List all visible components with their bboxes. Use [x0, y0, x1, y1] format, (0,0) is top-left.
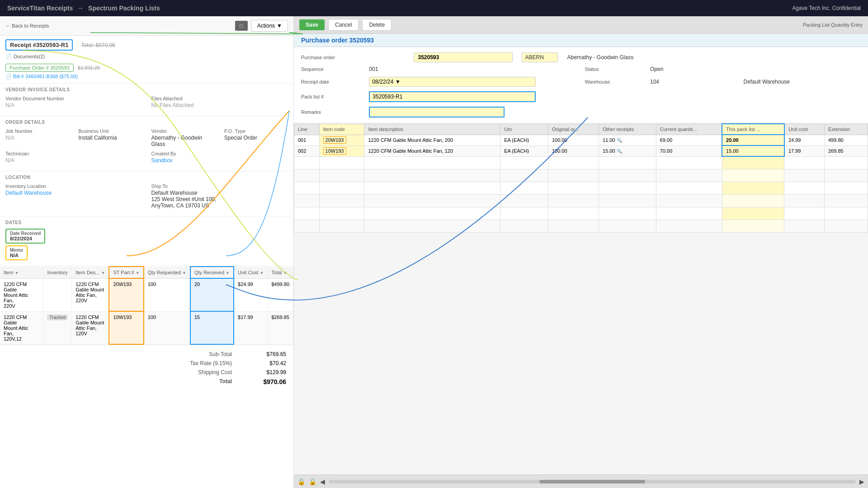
actions-button[interactable]: Actions ▼ [251, 20, 288, 32]
remarks-input[interactable] [369, 107, 505, 117]
ship-to-line3: AnyTown, CA 19703 US [151, 202, 288, 209]
documents-icon: 📄 [5, 53, 12, 59]
item-inventory-2: Tracked [43, 311, 72, 344]
vendor-doc-label: Vendor Document Number [5, 96, 142, 101]
shipping-value: $129.99 [250, 369, 286, 375]
item-code-highlight-1: 20W193 [323, 136, 346, 144]
item-unit-cost-2: $17.99 [234, 311, 268, 344]
subtotal-value: $769.65 [250, 351, 286, 357]
right-item-code-2: 10W193 [319, 145, 364, 156]
vendor-value: Abernathy - Goodwin Glass [151, 135, 215, 147]
technician-label: Technician [5, 151, 142, 156]
col-qty-requested: Qty Requested ▼ [144, 267, 190, 278]
files-attached-value: No Files Attached [151, 102, 288, 108]
status-label: Status [585, 66, 641, 72]
tax-row: Tax Rate (9.15%) $70.42 [7, 359, 286, 368]
item-name-1: 1220 CFM GableMount Attic Fan,220V [0, 278, 43, 311]
app-title-packing: Spectrum Packing Lists [88, 5, 160, 12]
inventory-location-value[interactable]: Default Warehouse [5, 190, 142, 196]
total-label: Total [160, 378, 232, 385]
col-item-code: Item code [319, 124, 364, 135]
ship-to-line1: Default Warehouse [151, 190, 288, 196]
col-um: Um [500, 124, 548, 135]
dates-section: DATES Date Received 8/22/2024 Memo N/A [0, 216, 293, 266]
totals-section: Sub-Total $769.65 Tax Rate (9.15%) $70.4… [0, 345, 293, 391]
right-top-bar: Save Cancel Delete Packing List Quantity… [294, 16, 868, 34]
vendor-invoice-section: VENDOR INVOICE DETAILS Vendor Document N… [0, 84, 293, 116]
right-original-2: 100.00 [548, 145, 599, 156]
item-qty-req-1: 100 [144, 278, 190, 311]
scroll-left-arrow[interactable]: ◀ [320, 478, 325, 485]
table-row: 1220 CFM GableMount Attic Fan,220V 1220 … [0, 278, 293, 311]
right-other-1: 11.00 🔍 [599, 135, 656, 145]
right-current-2: 70.00 [656, 145, 722, 156]
receipt-date-field[interactable]: 08/22/24 ▼ [369, 77, 536, 87]
scrollbar-thumb [539, 480, 645, 483]
right-bottom-bar: 🔒 🔒 ◀ ▶ [294, 474, 868, 488]
pack-list-label: Pack list # [301, 94, 360, 99]
col-line: Line [294, 124, 320, 135]
horizontal-scrollbar[interactable] [329, 480, 856, 483]
location-title: LOCATION [5, 175, 288, 180]
po-link[interactable]: Purchase Order # 3520593 [5, 64, 74, 72]
left-top-bar: Back to Receipts □ Actions ▼ [0, 16, 293, 36]
right-unit-cost-1: 24.99 [784, 135, 825, 145]
created-by-value[interactable]: Sandbox [151, 157, 288, 164]
col-extension: Extension [824, 124, 868, 135]
item-desc-2: 1220 CFMGable MountAttic Fan,120V [72, 311, 109, 344]
pack-list-input[interactable] [369, 91, 536, 102]
col-unit-cost-r: Unit cost [784, 124, 825, 135]
item-desc-1: 1220 CFMGable MountAttic Fan,220V [72, 278, 109, 311]
right-original-1: 100.00 [548, 135, 599, 145]
confidential-label: Agave Tech Inc. Confidential [792, 5, 861, 11]
cancel-button[interactable]: Cancel [328, 19, 359, 31]
col-original-or: Original or... [548, 124, 599, 135]
right-table-row-empty [294, 156, 868, 169]
sequence-value: 001 [369, 66, 536, 72]
receipt-header: Receipt #3520593-R1 Total: $970.06 📄 Doc… [0, 36, 293, 84]
scroll-right-arrow[interactable]: ▶ [859, 478, 864, 485]
date-received-label: Date Received [10, 231, 41, 236]
back-to-receipts-link[interactable]: Back to Receipts [5, 23, 49, 28]
warehouse-value: 104 [650, 79, 694, 85]
item-qty-recv-2: 15 [190, 311, 234, 344]
memo-label: Memo [10, 248, 23, 253]
documents-link[interactable]: 📄 Documents(2) [5, 53, 288, 59]
right-table: Line Item code Item description Um Origi… [294, 123, 868, 233]
col-unit-cost: Unit Cost ▼ [234, 267, 268, 278]
purchase-order-value: 3520593 [414, 52, 513, 62]
right-um-2: EA (EACH) [500, 145, 548, 156]
right-other-2: 15.00 🔍 [599, 145, 656, 156]
col-item-desc: Item Des... ▼ [72, 267, 109, 278]
save-button[interactable]: Save [299, 19, 325, 30]
items-table: Item ▼ Inventory Item Des... ▼ ST Part #… [0, 266, 293, 345]
right-table-row: 001 20W193 1220 CFM Gable Mount Attic Fa… [294, 135, 868, 145]
left-panel: Back to Receipts □ Actions ▼ Receipt #35… [0, 16, 294, 488]
item-st-part-1: 20W193 [109, 278, 143, 311]
tracked-badge: Tracked [47, 314, 68, 320]
documents-label: Documents(2) [14, 54, 45, 59]
memo-box: Memo N/A [5, 245, 28, 260]
order-details-title: ORDER DETAILS [5, 120, 288, 125]
right-extension-2: 269.85 [824, 145, 868, 156]
delete-button[interactable]: Delete [362, 19, 392, 31]
lock-icon-1: 🔒 [297, 478, 305, 485]
right-panel: Save Cancel Delete Packing List Quantity… [294, 16, 868, 488]
total-value: $970.06 [250, 378, 286, 385]
col-item-desc-r: Item description [364, 124, 500, 135]
date-received-box: Date Received 8/22/2024 [5, 229, 45, 244]
grand-total-row: Total $970.06 [7, 377, 286, 387]
bill-number[interactable]: Bill # 3460481-B368 ($75.00) [13, 74, 78, 79]
po-title-bar: Purchase order 3520593 [294, 34, 868, 47]
item-total-1: $499.80 [268, 278, 293, 311]
document-icon: □ [235, 21, 248, 31]
item-code-highlight-2: 10W193 [323, 147, 346, 155]
purchase-order-label: Purchase order [301, 55, 405, 60]
actions-label: Actions [257, 23, 275, 29]
business-unit-label: Business Unit [78, 128, 142, 134]
right-item-code-1: 20W193 [319, 135, 364, 145]
app-title-receipts: ServiceTitan Receipts [7, 5, 73, 12]
vendor-invoice-title: VENDOR INVOICE DETAILS [5, 87, 288, 92]
tax-value: $70.42 [250, 360, 286, 366]
items-section: Item ▼ Inventory Item Des... ▼ ST Part #… [0, 266, 293, 345]
